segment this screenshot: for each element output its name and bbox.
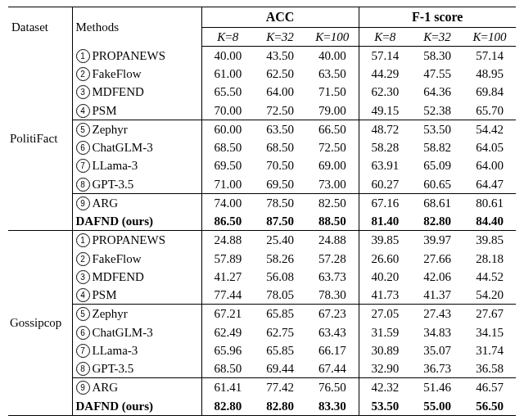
method-name: Zephyr bbox=[93, 307, 128, 320]
method-cell: 2FakeFlow bbox=[72, 65, 201, 83]
value-cell: 55.00 bbox=[411, 397, 463, 416]
value-cell: 48.95 bbox=[463, 65, 516, 83]
method-index-icon: 6 bbox=[76, 326, 90, 340]
method-index-icon: 6 bbox=[76, 141, 90, 155]
table-row: 6ChatGLM-362.4962.7563.4331.5934.8334.15 bbox=[8, 323, 516, 341]
value-cell: 88.50 bbox=[306, 212, 359, 231]
results-table: Dataset Methods ACC F-1 score K=8 K=32 K… bbox=[8, 7, 516, 416]
value-cell: 54.42 bbox=[463, 120, 516, 138]
method-name: FakeFlow bbox=[93, 252, 142, 265]
method-name: GPT-3.5 bbox=[93, 362, 134, 375]
value-cell: 76.50 bbox=[306, 378, 359, 397]
method-index-icon: 2 bbox=[76, 252, 90, 266]
value-cell: 62.49 bbox=[201, 323, 254, 341]
value-cell: 71.00 bbox=[201, 175, 254, 194]
k-col-f1-2: K=100 bbox=[463, 27, 516, 46]
method-name: PSM bbox=[93, 288, 117, 301]
value-cell: 31.59 bbox=[359, 323, 411, 341]
dataset-cell: Gossipcop bbox=[8, 231, 72, 416]
value-cell: 84.40 bbox=[463, 212, 516, 231]
method-index-icon: 7 bbox=[76, 344, 90, 358]
value-cell: 57.89 bbox=[201, 250, 254, 268]
method-name: MDFEND bbox=[93, 85, 144, 98]
value-cell: 71.50 bbox=[306, 83, 359, 101]
value-cell: 26.60 bbox=[359, 250, 411, 268]
value-cell: 36.73 bbox=[411, 359, 463, 378]
table-row: 4PSM77.4478.0578.3041.7341.3754.20 bbox=[8, 286, 516, 305]
table-row: DAFND (ours)82.8082.8083.3053.5055.0056.… bbox=[8, 397, 516, 416]
method-index-icon: 1 bbox=[76, 233, 90, 247]
value-cell: 40.00 bbox=[201, 46, 254, 65]
value-cell: 31.74 bbox=[463, 341, 516, 359]
method-name: ChatGLM-3 bbox=[93, 141, 153, 154]
value-cell: 64.00 bbox=[254, 83, 306, 101]
method-cell: 4PSM bbox=[72, 286, 201, 305]
value-cell: 28.18 bbox=[463, 250, 516, 268]
value-cell: 65.85 bbox=[254, 305, 306, 323]
value-cell: 49.15 bbox=[359, 102, 411, 120]
method-index-icon: 1 bbox=[76, 49, 90, 63]
value-cell: 63.73 bbox=[306, 268, 359, 286]
value-cell: 27.66 bbox=[411, 250, 463, 268]
method-name: MDFEND bbox=[93, 270, 144, 283]
table-row: 4PSM70.0072.5079.0049.1552.3865.70 bbox=[8, 102, 516, 120]
value-cell: 68.50 bbox=[254, 138, 306, 156]
value-cell: 67.21 bbox=[201, 305, 254, 323]
method-index-icon: 5 bbox=[76, 123, 90, 137]
method-index-icon: 4 bbox=[76, 288, 90, 302]
method-cell: 1PROPANEWS bbox=[72, 46, 201, 65]
value-cell: 52.38 bbox=[411, 102, 463, 120]
k-col-acc-0: K=8 bbox=[201, 27, 254, 46]
value-cell: 69.44 bbox=[254, 359, 306, 378]
table-row: 9ARG61.4177.4276.5042.3251.4646.57 bbox=[8, 378, 516, 397]
k-col-f1-0: K=8 bbox=[359, 27, 411, 46]
value-cell: 60.65 bbox=[411, 175, 463, 194]
value-cell: 53.50 bbox=[359, 397, 411, 416]
value-cell: 24.88 bbox=[201, 231, 254, 250]
value-cell: 87.50 bbox=[254, 212, 306, 231]
value-cell: 53.50 bbox=[411, 120, 463, 138]
method-name: ChatGLM-3 bbox=[93, 326, 153, 339]
method-index-icon: 5 bbox=[76, 307, 90, 321]
header-dataset: Dataset bbox=[8, 7, 72, 47]
method-cell: 1PROPANEWS bbox=[72, 231, 201, 250]
method-cell: 8GPT-3.5 bbox=[72, 359, 201, 378]
value-cell: 30.89 bbox=[359, 341, 411, 359]
method-cell: DAFND (ours) bbox=[72, 397, 201, 416]
method-index-icon: 7 bbox=[76, 159, 90, 173]
method-cell: 4PSM bbox=[72, 102, 201, 120]
method-cell: 5Zephyr bbox=[72, 305, 201, 323]
method-index-icon: 3 bbox=[76, 85, 90, 99]
value-cell: 60.00 bbox=[201, 120, 254, 138]
value-cell: 60.27 bbox=[359, 175, 411, 194]
value-cell: 62.30 bbox=[359, 83, 411, 101]
table-row: 7LLama-365.9665.8566.1730.8935.0731.74 bbox=[8, 341, 516, 359]
value-cell: 39.85 bbox=[359, 231, 411, 250]
value-cell: 79.00 bbox=[306, 102, 359, 120]
value-cell: 80.61 bbox=[463, 193, 516, 212]
value-cell: 63.50 bbox=[306, 65, 359, 83]
value-cell: 69.84 bbox=[463, 83, 516, 101]
value-cell: 40.00 bbox=[306, 46, 359, 65]
value-cell: 64.36 bbox=[411, 83, 463, 101]
method-cell: 6ChatGLM-3 bbox=[72, 323, 201, 341]
value-cell: 42.32 bbox=[359, 378, 411, 397]
method-name: ARG bbox=[93, 196, 119, 210]
method-cell: 8GPT-3.5 bbox=[72, 175, 201, 194]
value-cell: 62.75 bbox=[254, 323, 306, 341]
method-cell: 6ChatGLM-3 bbox=[72, 138, 201, 156]
value-cell: 65.85 bbox=[254, 341, 306, 359]
table-row: 3MDFEND41.2756.0863.7340.2042.0644.52 bbox=[8, 268, 516, 286]
value-cell: 65.70 bbox=[463, 102, 516, 120]
value-cell: 25.40 bbox=[254, 231, 306, 250]
value-cell: 82.80 bbox=[254, 397, 306, 416]
method-cell: 9ARG bbox=[72, 193, 201, 212]
table-row: 2FakeFlow61.0062.5063.5044.2947.5548.95 bbox=[8, 65, 516, 83]
value-cell: 36.58 bbox=[463, 359, 516, 378]
method-name: DAFND (ours) bbox=[76, 215, 154, 228]
value-cell: 67.44 bbox=[306, 359, 359, 378]
value-cell: 70.00 bbox=[201, 102, 254, 120]
value-cell: 27.67 bbox=[463, 305, 516, 323]
value-cell: 63.43 bbox=[306, 323, 359, 341]
value-cell: 57.28 bbox=[306, 250, 359, 268]
